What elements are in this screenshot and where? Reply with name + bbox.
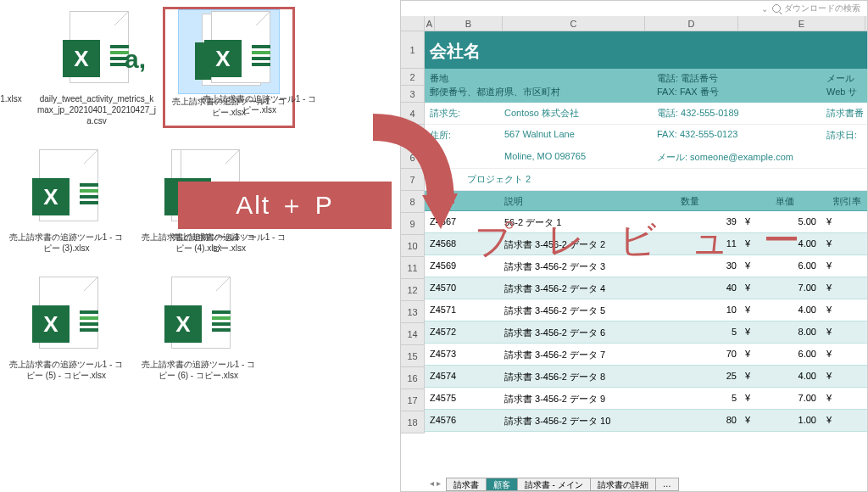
shortcut-badge: Alt ＋ P (178, 182, 392, 229)
preview-overlay-text: プレビュー (475, 215, 834, 266)
row-header[interactable]: 11 (401, 257, 425, 279)
file-item[interactable]: X売上請求書の追跡ツール1 - コピー (6) - コピー.xlsx (132, 272, 264, 383)
row-header[interactable]: 18 (401, 411, 425, 433)
file-explorer: X売上請求書の追跡ツール1.xlsxXa,daily_tweet_activit… (0, 0, 400, 492)
file-item[interactable]: X売上請求書の追跡ツール1 - コピー (5) - コピー.xlsx (0, 272, 132, 383)
file-label: 売上請求書の追跡ツール1 - コピー (5) - コピー.xlsx (3, 357, 130, 383)
file-label: 売上請求書の追跡ツール1 - コピー.xlsx (165, 230, 292, 255)
billto-row: 請求先:Contoso 株式会社電話: 432-555-0189請求書番 (425, 103, 867, 125)
column-headers: A B C D E (401, 16, 867, 31)
excel-icon: X (164, 305, 202, 343)
row-header[interactable]: 1 (401, 31, 425, 69)
address-block: 番地 郵便番号、都道府県、市区町村 電話: 電話番号 FAX: FAX 番号 メ… (425, 69, 867, 103)
col-header[interactable]: D (645, 16, 738, 31)
row-header[interactable]: 16 (401, 367, 425, 389)
col-header[interactable]: A (425, 16, 435, 31)
excel-icon: X (32, 305, 70, 343)
sheet-tab[interactable]: … (655, 478, 679, 491)
sheet-tab[interactable]: 請求書の詳細 (590, 478, 656, 491)
col-header[interactable]: B (435, 16, 503, 31)
search-bar: ⌄ ダウンロードの検索 (760, 3, 860, 14)
file-label: 売上請求書の追跡ツール1 - コピー (3).xlsx (3, 230, 130, 255)
row-header[interactable]: 13 (401, 301, 425, 323)
table-row[interactable]: Z4573請求書 3-456-2 データ 770¥6.00¥ (425, 344, 867, 366)
col-header[interactable]: C (503, 16, 645, 31)
company-title: 会社名 (425, 31, 867, 69)
billto-row: Moline, MO 098765メール: someone@example.co… (425, 147, 867, 169)
dropdown-icon[interactable]: ⌄ (760, 4, 769, 14)
file-item[interactable]: X売上請求書の追跡ツール1.xlsx (0, 7, 31, 128)
excel-icon: X (63, 40, 100, 77)
table-row[interactable]: Z4572請求書 3-456-2 データ 65¥8.00¥ (425, 321, 867, 344)
search-placeholder[interactable]: ダウンロードの検索 (784, 3, 860, 14)
tab-nav-prev[interactable]: ◂ ▸ (425, 478, 446, 491)
excel-icon: X (32, 178, 70, 215)
file-label: 売上請求書の追跡ツール1.xlsx (0, 92, 25, 106)
sheet-tab[interactable]: 請求書 - メイン (517, 478, 591, 491)
file-item[interactable]: Xa,daily_tweet_activity_metrics_kmax_jp_… (31, 7, 163, 128)
table-row[interactable]: Z4574請求書 3-456-2 データ 825¥4.00¥ (425, 366, 867, 388)
table-row[interactable]: Z4570請求書 3-456-2 データ 440¥7.00¥ (425, 277, 867, 299)
row-header[interactable]: 15 (401, 345, 425, 367)
search-icon[interactable] (772, 4, 781, 13)
file-item[interactable]: X売上請求書の追跡ツール1 - コピー.xlsx (193, 7, 326, 128)
sheet-tab[interactable]: 請求書 (446, 478, 487, 491)
row-header[interactable]: 10 (401, 235, 425, 257)
file-item[interactable]: X売上請求書の追跡ツール1 - コピー (3).xlsx (0, 145, 132, 255)
sheet-tab[interactable]: 顧客 (486, 478, 518, 491)
sheet-tabs: ◂ ▸ 請求書 顧客 請求書 - メイン 請求書の詳細 … (425, 478, 678, 491)
col-header[interactable]: E (738, 16, 865, 31)
table-row[interactable]: Z4575請求書 3-456-2 データ 95¥7.00¥ (425, 388, 867, 410)
file-label: daily_tweet_activity_metrics_kmax_jp_202… (33, 92, 160, 128)
table-row[interactable]: Z4576請求書 3-456-2 データ 1080¥1.00¥ (425, 410, 867, 432)
row-header[interactable]: 12 (401, 279, 425, 301)
project-row: プロジェクト 2 (425, 169, 867, 191)
billto-row: 住所:567 Walnut LaneFAX: 432-555-0123請求日: (425, 125, 867, 147)
row-header[interactable]: 3 (401, 86, 425, 103)
table-header: 品 説明 数量 単価 割引率 (425, 191, 867, 211)
row-header[interactable]: 2 (401, 69, 425, 86)
file-label: 売上請求書の追跡ツール1 - コピー (6) - コピー.xlsx (135, 357, 262, 383)
excel-icon: X (204, 40, 242, 77)
row-header[interactable]: 14 (401, 323, 425, 345)
file-label: 売上請求書の追跡ツール1 - コピー.xlsx (196, 92, 323, 117)
row-header[interactable]: 17 (401, 389, 425, 411)
table-row[interactable]: Z4571請求書 3-456-2 データ 510¥4.00¥ (425, 299, 867, 321)
